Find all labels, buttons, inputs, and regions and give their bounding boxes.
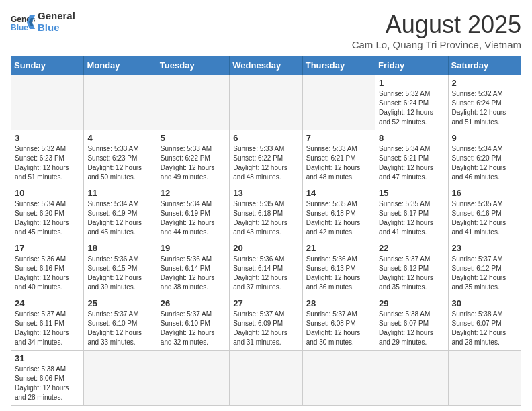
calendar-week-row: 3Sunrise: 5:32 AM Sunset: 6:23 PM Daylig… (11, 130, 521, 185)
calendar-cell (11, 75, 84, 130)
calendar-body: 1Sunrise: 5:32 AM Sunset: 6:24 PM Daylig… (11, 75, 521, 406)
day-info: Sunrise: 5:36 AM Sunset: 6:13 PM Dayligh… (306, 255, 371, 292)
day-info: Sunrise: 5:33 AM Sunset: 6:21 PM Dayligh… (306, 144, 371, 182)
day-number: 15 (379, 188, 444, 198)
day-info: Sunrise: 5:38 AM Sunset: 6:06 PM Dayligh… (15, 365, 80, 402)
day-info: Sunrise: 5:37 AM Sunset: 6:11 PM Dayligh… (15, 310, 80, 347)
day-header-thursday: Thursday (302, 56, 375, 75)
day-info: Sunrise: 5:37 AM Sunset: 6:08 PM Dayligh… (306, 310, 371, 347)
day-number: 22 (379, 243, 444, 253)
day-number: 30 (452, 298, 517, 308)
day-number: 12 (161, 188, 226, 198)
day-number: 6 (233, 133, 298, 143)
day-info: Sunrise: 5:32 AM Sunset: 6:24 PM Dayligh… (379, 89, 444, 127)
calendar-cell: 11Sunrise: 5:34 AM Sunset: 6:19 PM Dayli… (84, 185, 157, 240)
calendar-cell: 10Sunrise: 5:34 AM Sunset: 6:20 PM Dayli… (11, 185, 84, 240)
calendar-week-row: 31Sunrise: 5:38 AM Sunset: 6:06 PM Dayli… (11, 351, 521, 406)
day-info: Sunrise: 5:34 AM Sunset: 6:21 PM Dayligh… (379, 144, 444, 182)
calendar-cell: 7Sunrise: 5:33 AM Sunset: 6:21 PM Daylig… (302, 130, 375, 185)
calendar-cell: 25Sunrise: 5:37 AM Sunset: 6:10 PM Dayli… (84, 295, 157, 351)
calendar-cell: 15Sunrise: 5:35 AM Sunset: 6:17 PM Dayli… (375, 185, 448, 240)
calendar-cell: 1Sunrise: 5:32 AM Sunset: 6:24 PM Daylig… (375, 75, 448, 130)
day-info: Sunrise: 5:36 AM Sunset: 6:16 PM Dayligh… (15, 255, 80, 292)
calendar-table: SundayMondayTuesdayWednesdayThursdayFrid… (11, 56, 521, 406)
calendar-cell: 19Sunrise: 5:36 AM Sunset: 6:14 PM Dayli… (157, 240, 229, 295)
day-number: 7 (306, 133, 371, 143)
calendar-cell (157, 351, 229, 406)
day-header-monday: Monday (84, 56, 157, 75)
day-number: 4 (87, 133, 152, 143)
day-info: Sunrise: 5:38 AM Sunset: 6:07 PM Dayligh… (379, 310, 444, 347)
day-number: 28 (306, 298, 371, 308)
calendar-cell: 3Sunrise: 5:32 AM Sunset: 6:23 PM Daylig… (11, 130, 84, 185)
calendar-cell: 17Sunrise: 5:36 AM Sunset: 6:16 PM Dayli… (11, 240, 84, 295)
day-info: Sunrise: 5:37 AM Sunset: 6:10 PM Dayligh… (161, 310, 226, 347)
day-info: Sunrise: 5:37 AM Sunset: 6:09 PM Dayligh… (233, 310, 298, 347)
calendar-cell (84, 351, 157, 406)
day-info: Sunrise: 5:32 AM Sunset: 6:23 PM Dayligh… (15, 144, 80, 182)
day-info: Sunrise: 5:38 AM Sunset: 6:07 PM Dayligh… (452, 310, 517, 347)
day-number: 23 (452, 243, 517, 253)
day-number: 5 (161, 133, 226, 143)
calendar-cell (302, 75, 375, 130)
calendar-cell: 29Sunrise: 5:38 AM Sunset: 6:07 PM Dayli… (375, 295, 448, 351)
calendar-cell: 13Sunrise: 5:35 AM Sunset: 6:18 PM Dayli… (230, 185, 302, 240)
calendar-cell: 2Sunrise: 5:32 AM Sunset: 6:24 PM Daylig… (448, 75, 521, 130)
day-number: 3 (15, 133, 80, 143)
day-info: Sunrise: 5:33 AM Sunset: 6:23 PM Dayligh… (87, 144, 152, 182)
page-header: General Blue General Blue August 2025 Ca… (11, 11, 521, 50)
svg-text:Blue: Blue (11, 23, 28, 32)
calendar-cell: 22Sunrise: 5:37 AM Sunset: 6:12 PM Dayli… (375, 240, 448, 295)
calendar-cell: 24Sunrise: 5:37 AM Sunset: 6:11 PM Dayli… (11, 295, 84, 351)
day-number: 25 (87, 298, 152, 308)
day-number: 1 (379, 78, 444, 88)
day-number: 29 (379, 298, 444, 308)
calendar-cell: 5Sunrise: 5:33 AM Sunset: 6:22 PM Daylig… (157, 130, 229, 185)
day-info: Sunrise: 5:36 AM Sunset: 6:15 PM Dayligh… (87, 255, 152, 292)
day-number: 20 (233, 243, 298, 253)
calendar-header-row: SundayMondayTuesdayWednesdayThursdayFrid… (11, 56, 521, 75)
calendar-cell (302, 351, 375, 406)
calendar-cell: 28Sunrise: 5:37 AM Sunset: 6:08 PM Dayli… (302, 295, 375, 351)
day-number: 11 (87, 188, 152, 198)
day-number: 21 (306, 243, 371, 253)
logo-general-text: General (38, 11, 75, 22)
logo-blue-text: Blue (38, 22, 75, 34)
calendar-title: August 2025 (352, 11, 521, 39)
calendar-week-row: 10Sunrise: 5:34 AM Sunset: 6:20 PM Dayli… (11, 185, 521, 240)
calendar-cell: 9Sunrise: 5:34 AM Sunset: 6:20 PM Daylig… (448, 130, 521, 185)
calendar-week-row: 1Sunrise: 5:32 AM Sunset: 6:24 PM Daylig… (11, 75, 521, 130)
day-number: 14 (306, 188, 371, 198)
calendar-week-row: 24Sunrise: 5:37 AM Sunset: 6:11 PM Dayli… (11, 295, 521, 351)
day-info: Sunrise: 5:32 AM Sunset: 6:24 PM Dayligh… (452, 89, 517, 127)
day-info: Sunrise: 5:34 AM Sunset: 6:20 PM Dayligh… (452, 144, 517, 182)
calendar-cell: 4Sunrise: 5:33 AM Sunset: 6:23 PM Daylig… (84, 130, 157, 185)
day-number: 13 (233, 188, 298, 198)
calendar-cell: 12Sunrise: 5:34 AM Sunset: 6:19 PM Dayli… (157, 185, 229, 240)
calendar-cell: 23Sunrise: 5:37 AM Sunset: 6:12 PM Dayli… (448, 240, 521, 295)
calendar-cell (448, 351, 521, 406)
calendar-cell: 21Sunrise: 5:36 AM Sunset: 6:13 PM Dayli… (302, 240, 375, 295)
day-number: 9 (452, 133, 517, 143)
calendar-cell: 14Sunrise: 5:35 AM Sunset: 6:18 PM Dayli… (302, 185, 375, 240)
day-info: Sunrise: 5:33 AM Sunset: 6:22 PM Dayligh… (233, 144, 298, 182)
day-header-tuesday: Tuesday (157, 56, 229, 75)
calendar-cell: 30Sunrise: 5:38 AM Sunset: 6:07 PM Dayli… (448, 295, 521, 351)
calendar-cell: 27Sunrise: 5:37 AM Sunset: 6:09 PM Dayli… (230, 295, 302, 351)
day-info: Sunrise: 5:36 AM Sunset: 6:14 PM Dayligh… (161, 255, 226, 292)
day-info: Sunrise: 5:37 AM Sunset: 6:10 PM Dayligh… (87, 310, 152, 347)
day-info: Sunrise: 5:35 AM Sunset: 6:18 PM Dayligh… (306, 199, 371, 237)
day-header-wednesday: Wednesday (230, 56, 302, 75)
day-number: 26 (161, 298, 226, 308)
calendar-cell (157, 75, 229, 130)
day-info: Sunrise: 5:33 AM Sunset: 6:22 PM Dayligh… (161, 144, 226, 182)
day-info: Sunrise: 5:34 AM Sunset: 6:19 PM Dayligh… (161, 199, 226, 237)
calendar-cell: 26Sunrise: 5:37 AM Sunset: 6:10 PM Dayli… (157, 295, 229, 351)
calendar-cell: 20Sunrise: 5:36 AM Sunset: 6:14 PM Dayli… (230, 240, 302, 295)
calendar-week-row: 17Sunrise: 5:36 AM Sunset: 6:16 PM Dayli… (11, 240, 521, 295)
day-number: 17 (15, 243, 80, 253)
day-header-sunday: Sunday (11, 56, 84, 75)
day-number: 8 (379, 133, 444, 143)
day-info: Sunrise: 5:37 AM Sunset: 6:12 PM Dayligh… (379, 255, 444, 292)
day-number: 27 (233, 298, 298, 308)
